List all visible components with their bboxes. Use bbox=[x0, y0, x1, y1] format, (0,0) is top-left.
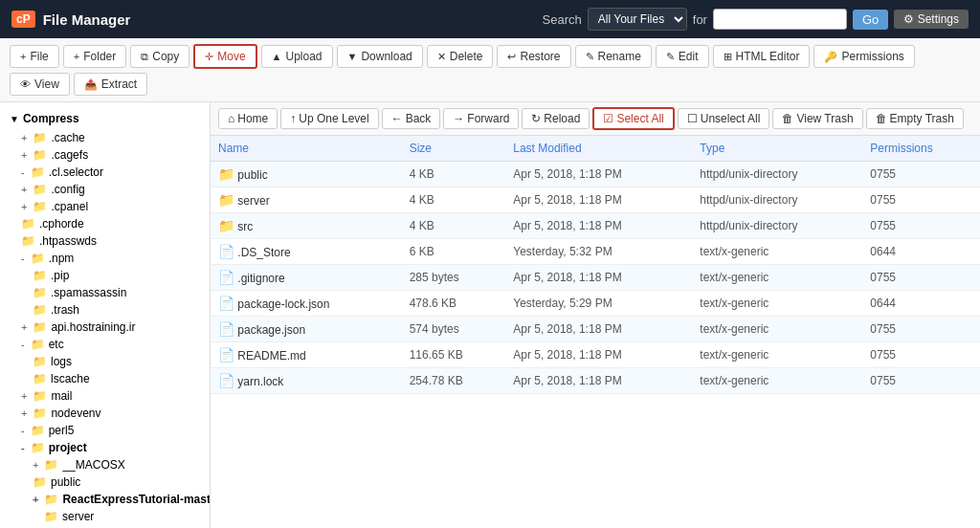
move-button[interactable]: ✛Move bbox=[193, 44, 256, 69]
cell-name: 📄 README.md bbox=[211, 342, 402, 368]
collapse-icon: - bbox=[21, 339, 25, 350]
view-trash-button[interactable]: 🗑 View Trash bbox=[772, 108, 862, 129]
folder-icon: 📁 bbox=[33, 183, 47, 196]
file-table-container: Name Size Last Modified Type Permissions… bbox=[211, 136, 980, 528]
sidebar-item-cagefs[interactable]: + 📁 .cagefs bbox=[0, 146, 210, 164]
logo: cP File Manager bbox=[11, 11, 130, 28]
cell-name: 📄 .gitignore bbox=[211, 265, 402, 291]
sidebar-item-spamassassin[interactable]: 📁 .spamassassin bbox=[0, 284, 210, 301]
back-button[interactable]: ← Back bbox=[382, 108, 441, 129]
expand-icon: + bbox=[21, 321, 27, 333]
select-all-button[interactable]: ☑ Select All bbox=[592, 107, 674, 130]
forward-button[interactable]: → Forward bbox=[443, 108, 519, 129]
home-button[interactable]: ⌂ Home bbox=[218, 108, 278, 129]
sidebar-item-public2[interactable]: 📁 public bbox=[0, 473, 210, 491]
up-one-level-button[interactable]: ↑ Up One Level bbox=[280, 108, 378, 129]
table-row[interactable]: 📄 README.md 116.65 KB Apr 5, 2018, 1:18 … bbox=[211, 342, 980, 368]
folder-icon: 📁 bbox=[33, 286, 47, 299]
sidebar-item-lscache[interactable]: 📁 lscache bbox=[0, 370, 210, 387]
table-row[interactable]: 📄 .gitignore 285 bytes Apr 5, 2018, 1:18… bbox=[211, 265, 980, 291]
cell-type: httpd/unix-directory bbox=[692, 213, 862, 239]
cell-modified: Yesterday, 5:32 PM bbox=[505, 239, 692, 265]
cell-size: 4 KB bbox=[402, 213, 506, 239]
sidebar-item-config[interactable]: + 📁 .config bbox=[0, 181, 210, 198]
sidebar-item-cphorde[interactable]: 📁 .cphorde bbox=[0, 215, 210, 232]
folder-button[interactable]: +Folder bbox=[63, 45, 126, 68]
col-name[interactable]: Name bbox=[211, 136, 402, 162]
cell-type: httpd/unix-directory bbox=[692, 162, 862, 187]
sidebar-item-htpasswds[interactable]: 📁 .htpasswds bbox=[0, 232, 210, 250]
upload-button[interactable]: ▲Upload bbox=[261, 45, 333, 68]
cell-type: text/x-generic bbox=[692, 368, 862, 394]
upload-icon: ▲ bbox=[272, 51, 282, 62]
folder-icon: 📁 bbox=[33, 475, 47, 489]
col-modified[interactable]: Last Modified bbox=[505, 136, 692, 162]
empty-trash-button[interactable]: 🗑 Empty Trash bbox=[866, 108, 964, 129]
go-button[interactable]: Go bbox=[853, 10, 888, 30]
cell-permissions: 0755 bbox=[862, 317, 980, 342]
sidebar-item-api[interactable]: + 📁 api.hostraining.ir bbox=[0, 319, 210, 336]
cell-type: httpd/unix-directory bbox=[692, 187, 862, 213]
permissions-button[interactable]: 🔑Permissions bbox=[813, 45, 914, 68]
file-button[interactable]: +File bbox=[10, 45, 59, 68]
rename-button[interactable]: ✎Rename bbox=[575, 45, 652, 68]
folder-icon: 📁 bbox=[44, 458, 58, 472]
sidebar-item-pip[interactable]: 📁 .pip bbox=[0, 267, 210, 284]
table-row[interactable]: 📄 package-lock.json 478.6 KB Yesterday, … bbox=[211, 291, 980, 317]
download-button[interactable]: ▼Download bbox=[337, 45, 423, 68]
col-size[interactable]: Size bbox=[402, 136, 506, 162]
sidebar-item-cache[interactable]: + 📁 .cache bbox=[0, 129, 210, 146]
reload-button[interactable]: ↻ Reload bbox=[522, 108, 590, 129]
unselect-all-icon: ☐ bbox=[687, 112, 698, 125]
cell-modified: Apr 5, 2018, 1:18 PM bbox=[505, 342, 692, 368]
edit-button[interactable]: ✎Edit bbox=[656, 45, 709, 68]
collapse-icon: - bbox=[21, 253, 25, 264]
folder-icon: 📁 bbox=[218, 218, 234, 233]
cell-name: 📁 src bbox=[211, 213, 402, 239]
sidebar-item-mail[interactable]: + 📁 mail bbox=[0, 387, 210, 405]
copy-button[interactable]: ⧉Copy bbox=[130, 45, 189, 68]
file-table: Name Size Last Modified Type Permissions… bbox=[211, 136, 980, 394]
delete-button[interactable]: ✕Delete bbox=[427, 45, 494, 68]
cell-name: 📄 package-lock.json bbox=[211, 291, 402, 317]
table-row[interactable]: 📄 yarn.lock 254.78 KB Apr 5, 2018, 1:18 … bbox=[211, 368, 980, 394]
table-row[interactable]: 📁 src 4 KB Apr 5, 2018, 1:18 PM httpd/un… bbox=[211, 213, 980, 239]
unselect-all-button[interactable]: ☐ Unselect All bbox=[678, 108, 770, 129]
extract-button[interactable]: 📤Extract bbox=[74, 73, 147, 96]
table-row[interactable]: 📄 .DS_Store 6 KB Yesterday, 5:32 PM text… bbox=[211, 239, 980, 265]
sidebar-item-perl5[interactable]: - 📁 perl5 bbox=[0, 422, 210, 439]
settings-button[interactable]: ⚙ Settings bbox=[894, 10, 969, 29]
restore-button[interactable]: ↩Restore bbox=[497, 45, 570, 68]
sidebar-item-clselector[interactable]: - 📁 .cl.selector bbox=[0, 164, 210, 181]
view-trash-icon: 🗑 bbox=[782, 112, 793, 125]
search-input[interactable] bbox=[713, 9, 847, 30]
sidebar-item-trash[interactable]: 📁 .trash bbox=[0, 301, 210, 319]
file-icon: 📄 bbox=[218, 373, 234, 388]
html-editor-button[interactable]: ⊞HTML Editor bbox=[713, 45, 811, 68]
cell-type: text/x-generic bbox=[692, 265, 862, 291]
compress-label: ▼ Compress bbox=[0, 108, 210, 129]
sidebar-item-etc[interactable]: - 📁 etc bbox=[0, 336, 210, 353]
table-row[interactable]: 📄 package.json 574 bytes Apr 5, 2018, 1:… bbox=[211, 317, 980, 342]
sidebar-item-cpanel[interactable]: + 📁 .cpanel bbox=[0, 198, 210, 215]
cell-name: 📄 .DS_Store bbox=[211, 239, 402, 265]
search-scope-select[interactable]: All Your Files Public Files bbox=[588, 8, 687, 31]
sidebar-item-nodevenv[interactable]: + 📁 nodevenv bbox=[0, 405, 210, 422]
restore-icon: ↩ bbox=[507, 51, 516, 63]
main-toolbar: +File +Folder ⧉Copy ✛Move ▲Upload ▼Downl… bbox=[0, 38, 980, 102]
col-permissions[interactable]: Permissions bbox=[862, 136, 980, 162]
table-row[interactable]: 📁 public 4 KB Apr 5, 2018, 1:18 PM httpd… bbox=[211, 162, 980, 187]
sidebar-item-project[interactable]: - 📁 project bbox=[0, 439, 210, 456]
sidebar-item-server2[interactable]: 📁 server bbox=[0, 508, 210, 525]
sidebar-item-logs[interactable]: 📁 logs bbox=[0, 353, 210, 370]
expand-icon: + bbox=[33, 494, 38, 505]
cell-permissions: 0755 bbox=[862, 368, 980, 394]
table-row[interactable]: 📁 server 4 KB Apr 5, 2018, 1:18 PM httpd… bbox=[211, 187, 980, 213]
view-button[interactable]: 👁View bbox=[10, 73, 70, 96]
sidebar-item-reactexpress[interactable]: + 📁 ReactExpressTutorial-master bbox=[0, 491, 210, 508]
plus-icon: + bbox=[20, 51, 26, 62]
col-type[interactable]: Type bbox=[692, 136, 862, 162]
sidebar-item-npm[interactable]: - 📁 .npm bbox=[0, 250, 210, 267]
cell-size: 116.65 KB bbox=[402, 342, 506, 368]
sidebar-item-macosx[interactable]: + 📁 __MACOSX bbox=[0, 456, 210, 473]
